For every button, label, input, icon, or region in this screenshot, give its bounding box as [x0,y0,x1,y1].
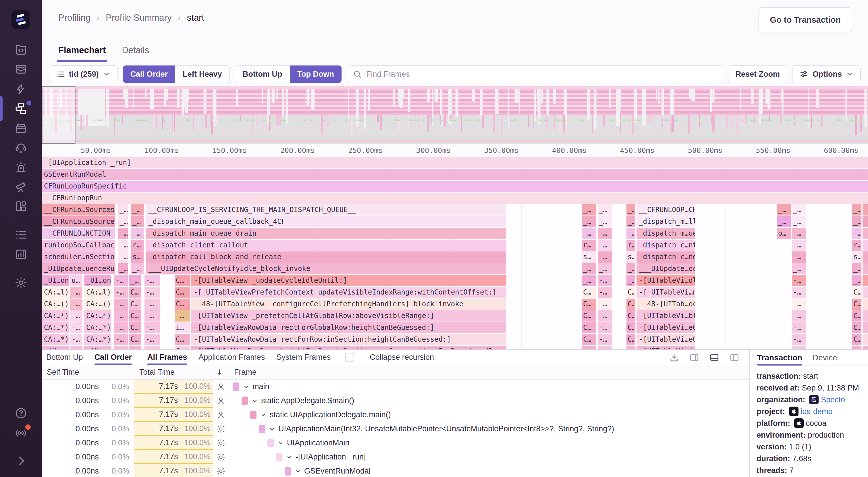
flame-frame[interactable]: _dispatch_call_block_and_release [146,251,506,263]
flame-frame[interactable]: C… [852,310,861,322]
flame-frame[interactable]: -[UITableView _prefetchCellAtGlobalRow:a… [191,310,506,322]
bottom-up-button[interactable]: Bottom Up [235,65,290,83]
go-to-transaction-button[interactable]: Go to Transaction [758,7,852,32]
flame-frame[interactable]: _… [118,263,128,274]
ios-demo-link[interactable]: ios-demo [801,407,833,416]
flame-frame[interactable]: __48-[UITableView _configureCellPrefetch… [191,299,506,310]
flame-frame[interactable]: -[U..:] [42,346,69,350]
flame-frame[interactable]: - [582,346,596,350]
flame-frame[interactable]: -… [145,287,160,298]
flame-frame[interactable]: _dispatch_c…nd_release [637,251,695,263]
sentry-logo-icon[interactable] [11,10,30,29]
flame-frame[interactable] [863,216,868,227]
flame-frame[interactable]: C… [626,322,636,333]
gear-icon[interactable] [213,424,228,434]
layout-split-bottom-icon[interactable] [709,352,719,363]
chevron-down-icon[interactable] [277,440,284,447]
breadcrumb-profile-summary[interactable]: Profile Summary [106,13,172,23]
call-order-button[interactable]: Call Order [123,65,176,83]
flame-frame[interactable]: _… [626,216,636,227]
flame-frame[interactable]: CA:…l) [84,287,111,298]
flame-frame[interactable]: -… [598,322,612,333]
flame-frame[interactable]: -… [145,346,160,350]
flame-frame[interactable]: r… [131,240,144,251]
sidebar-item-activity[interactable] [0,225,42,244]
flame-frame[interactable]: C… [852,299,861,310]
flame-frame[interactable]: -… [70,322,83,333]
flame-frame[interactable]: -[UITableVi…bleRange:] [637,310,695,322]
flame-frame[interactable]: _dispatch_c…nt_callout [637,240,695,251]
flame-frame[interactable]: C… [852,334,861,345]
flame-frame[interactable]: _dispatch_m…ueue_drain [637,228,695,239]
flame-frame[interactable]: _… [582,275,596,286]
flame-frame[interactable]: _… [777,204,791,215]
flame-frame[interactable]: _… [582,216,596,227]
flame-frame[interactable]: _… [792,240,806,251]
table-row[interactable]: 0.00ns0.0%7.17s100.0%static AppDelegate.… [42,394,749,408]
flame-frame[interactable]: __CFRUNLOOP_IS_SERVICING_THE_MAIN_DISPAT… [146,204,506,215]
user-icon[interactable] [213,410,228,420]
flame-frame[interactable]: _… [131,204,144,215]
flame-frame[interactable]: -[UITableViewRowData heightForRow:inSect… [191,346,506,350]
flame-frame[interactable]: C… [626,287,636,298]
flame-frame[interactable] [863,322,868,333]
flame-frame[interactable]: _… [852,216,861,227]
flame-frame[interactable]: ___UIUpdate…ock_invoke [637,263,695,274]
layout-split-right-icon[interactable] [689,352,700,363]
flamechart[interactable]: -[UIApplication _run]GSEventRunModalCFRu… [42,157,868,350]
table-row[interactable]: 0.00ns0.0%7.17s100.0%GSEventRunModal [42,464,749,477]
flame-frame[interactable]: C… [175,346,190,350]
flame-frame[interactable]: _… [114,299,128,310]
flame-frame[interactable]: _… [118,204,128,215]
flame-frame[interactable]: CA:…*) [84,322,111,333]
flame-frame[interactable]: _… [598,216,612,227]
panel-tab-device[interactable]: Device [812,350,837,365]
flamechart-minimap[interactable] [42,86,868,144]
flame-frame[interactable]: -[_UITableViewPrefetchContext updateVisi… [191,287,506,298]
flame-frame[interactable]: _… [777,216,791,227]
chevron-down-icon[interactable] [269,425,275,433]
flame-frame[interactable] [863,346,868,350]
flame-frame[interactable]: runloopSo…Callback [42,240,115,251]
flame-frame[interactable]: -… [598,310,612,322]
flame-frame[interactable]: scheduler…nSection [42,251,115,263]
flame-frame[interactable]: _… [582,263,596,274]
sidebar-item-discover[interactable] [0,177,42,197]
flame-frame[interactable]: _… [792,216,806,227]
flame-frame[interactable]: _… [792,299,806,310]
layout-split-left-icon[interactable] [729,352,740,363]
flame-frame[interactable]: s… [582,251,596,263]
flame-frame[interactable]: _… [118,228,128,239]
flame-frame[interactable]: -… [114,334,128,345]
flame-frame[interactable]: CFRunLoopRunSpecific [42,181,868,192]
gear-icon[interactable] [213,438,228,448]
flame-frame[interactable] [863,287,868,298]
flame-frame[interactable]: _… [70,287,83,298]
flame-frame[interactable]: C… [175,275,190,286]
flame-frame[interactable]: -… [114,322,128,333]
table-row[interactable]: 0.00ns0.0%7.17s100.0%UIApplicationMain [42,436,749,450]
table-tab-system-frames[interactable]: System Frames [276,350,331,365]
flame-frame[interactable]: _… [626,228,636,239]
flame-frame[interactable]: i… [175,322,190,333]
flame-frame[interactable]: C… [175,299,190,310]
flame-frame[interactable]: _… [852,204,861,215]
flame-frame[interactable]: __CFRUNLOOP…CH_QUEUE__ [637,204,695,215]
flame-frame[interactable]: _dispatch_client_callout [146,240,506,251]
flame-frame[interactable]: - [626,346,636,350]
flame-frame[interactable]: _UI…on [84,275,111,286]
table-row[interactable]: 0.00ns0.0%7.17s100.0%static UIApplicatio… [42,408,749,422]
flame-frame[interactable]: _… [598,228,612,239]
flame-frame[interactable]: -… [145,310,160,322]
flame-frame[interactable]: _… [792,263,806,274]
flame-frame[interactable]: __CFRunLo…Sources0 [42,204,115,215]
flame-frame[interactable]: C… [129,322,141,333]
flame-frame[interactable]: -[UITableView _updateCycleIdleUntil:] [191,275,506,286]
flame-frame[interactable]: -[UIApplication _run] [42,157,868,169]
sidebar-item-profiling[interactable] [0,99,42,118]
flame-frame[interactable]: -[_UITableVi…ntOffset:] [637,287,695,298]
flame-frame[interactable]: _… [598,240,612,251]
flame-frame[interactable]: __CFRunLo…oSource0 [42,216,115,227]
sidebar-item-settings[interactable] [0,273,42,293]
user-icon[interactable] [213,396,228,406]
